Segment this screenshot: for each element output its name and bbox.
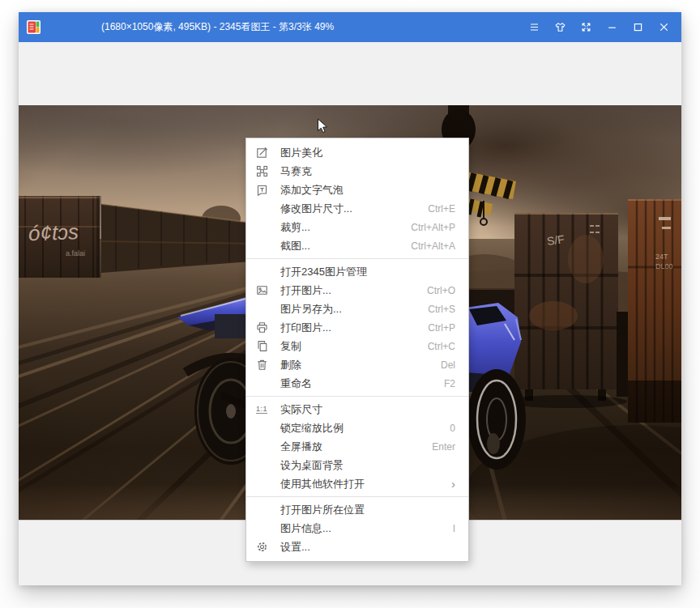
- actual-size-icon: 1:1: [256, 403, 273, 416]
- menu-separator: [246, 258, 468, 259]
- menu-item-save-as[interactable]: 图片另存为... Ctrl+S: [246, 300, 468, 318]
- menu-item-open-manager[interactable]: 打开2345图片管理: [246, 262, 468, 281]
- menu-item-beautify[interactable]: 图片美化: [246, 143, 468, 162]
- menu-separator: [246, 496, 468, 497]
- menu-item-add-text-bubble[interactable]: 添加文字气泡: [246, 181, 468, 199]
- minimize-icon: [606, 21, 618, 33]
- skin-button[interactable]: [547, 12, 573, 42]
- menu-item-print[interactable]: 打印图片... Ctrl+P: [246, 318, 468, 337]
- maximize-button[interactable]: [625, 12, 651, 42]
- copy-icon: [256, 340, 273, 353]
- menu-separator: [246, 396, 468, 397]
- main-menu-button[interactable]: [521, 12, 547, 42]
- submenu-arrow-icon: ›: [451, 478, 455, 490]
- menu-item-crop[interactable]: 裁剪... Ctrl+Alt+P: [246, 218, 468, 236]
- menu-item-set-wallpaper[interactable]: 设为桌面背景: [246, 456, 468, 474]
- screen: (1680×1050像素, 495KB) - 2345看图王 - 第3/3张 4…: [0, 0, 700, 608]
- window-controls: [521, 12, 677, 42]
- menu-icon: [528, 21, 540, 33]
- skin-icon: [554, 21, 566, 33]
- fullscreen-button[interactable]: [573, 12, 599, 42]
- menu-item-screenshot[interactable]: 截图... Ctrl+Alt+A: [246, 236, 468, 255]
- menu-item-fullscreen-play[interactable]: 全屏播放 Enter: [246, 437, 468, 456]
- close-button[interactable]: [651, 12, 677, 42]
- menu-item-open-location[interactable]: 打开图片所在位置: [246, 500, 468, 519]
- menu-item-mosaic[interactable]: 马赛克: [246, 162, 468, 181]
- window-title: (1680×1050像素, 495KB) - 2345看图王 - 第3/3张 4…: [101, 12, 334, 42]
- text-bubble-icon: [256, 184, 273, 197]
- menu-item-delete[interactable]: 删除 Del: [246, 355, 468, 374]
- open-image-icon: [256, 284, 273, 297]
- menu-item-actual-size[interactable]: 1:1 实际尺寸: [246, 400, 468, 419]
- menu-item-settings[interactable]: 设置...: [246, 538, 468, 556]
- fullscreen-icon: [580, 21, 592, 33]
- printer-icon: [256, 321, 273, 334]
- minimize-button[interactable]: [599, 12, 625, 42]
- beautify-icon: [256, 147, 273, 159]
- menu-item-rename[interactable]: 重命名 F2: [246, 374, 468, 393]
- menu-item-copy[interactable]: 复制 Ctrl+C: [246, 337, 468, 355]
- trash-icon: [256, 359, 273, 372]
- menu-item-open-with[interactable]: 使用其他软件打开 ›: [246, 474, 468, 493]
- menu-item-lock-zoom[interactable]: 锁定缩放比例 0: [246, 419, 468, 437]
- settings-gear-icon: [256, 541, 273, 554]
- context-menu: 图片美化 马赛克 添加文字气泡 修改图片尺寸... Ctrl+E: [245, 138, 469, 562]
- menu-item-image-info[interactable]: 图片信息... I: [246, 519, 468, 538]
- viewer-window: (1680×1050像素, 495KB) - 2345看图王 - 第3/3张 4…: [19, 12, 681, 585]
- close-icon: [658, 21, 670, 33]
- menu-item-open-image[interactable]: 打开图片... Ctrl+O: [246, 281, 468, 300]
- titlebar[interactable]: (1680×1050像素, 495KB) - 2345看图王 - 第3/3张 4…: [19, 12, 681, 42]
- maximize-icon: [632, 21, 644, 33]
- menu-item-resize[interactable]: 修改图片尺寸... Ctrl+E: [246, 199, 468, 218]
- mosaic-icon: [256, 165, 273, 178]
- app-logo-icon: [27, 20, 41, 34]
